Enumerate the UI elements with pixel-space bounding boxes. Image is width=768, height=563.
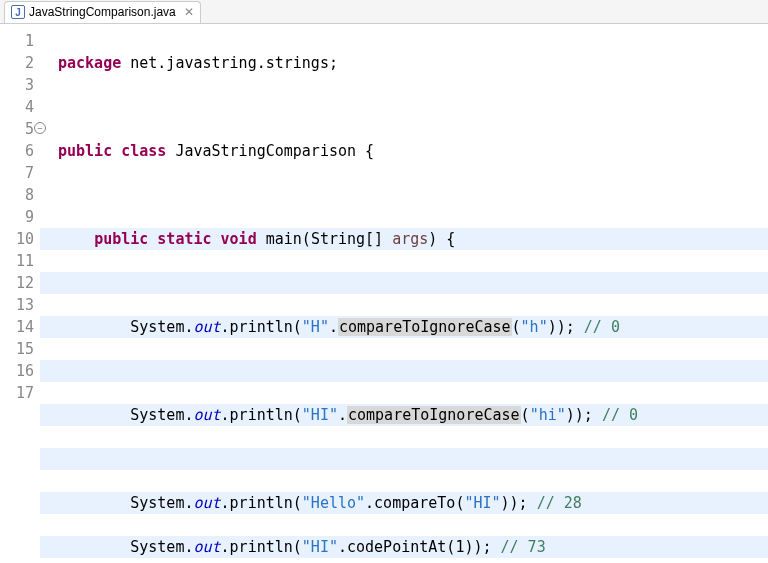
- editor-tab-filename: JavaStringComparison.java: [29, 5, 176, 19]
- line-number: 15: [0, 338, 34, 360]
- line-number: 3: [0, 74, 34, 96]
- line-number: 8: [0, 184, 34, 206]
- line-number: 2: [0, 52, 34, 74]
- line-number: 14: [0, 316, 34, 338]
- line-number: 10: [0, 228, 34, 250]
- line-number: 4: [0, 96, 34, 118]
- line-number: 5−: [0, 118, 34, 140]
- code-area[interactable]: 1 2 3 4 5− 6 7 8 9 10 11 12 13 14 15 16 …: [0, 24, 768, 563]
- gutter: 1 2 3 4 5− 6 7 8 9 10 11 12 13 14 15 16 …: [0, 24, 40, 563]
- code-body[interactable]: package net.javastring.strings; public c…: [40, 24, 768, 563]
- java-file-icon: J: [11, 5, 25, 19]
- line-number: 9: [0, 206, 34, 228]
- editor-pane: J JavaStringComparison.java ✕ 1 2 3 4 5−…: [0, 0, 768, 563]
- line-number: 11: [0, 250, 34, 272]
- line-number: 6: [0, 140, 34, 162]
- line-number: 17: [0, 382, 34, 404]
- line-number: 13: [0, 294, 34, 316]
- line-number: 16: [0, 360, 34, 382]
- line-number: 1: [0, 30, 34, 52]
- line-number: 12: [0, 272, 34, 294]
- editor-tab-bar: J JavaStringComparison.java ✕: [0, 0, 768, 24]
- close-icon[interactable]: ✕: [184, 5, 194, 19]
- editor-tab[interactable]: J JavaStringComparison.java ✕: [4, 1, 201, 23]
- line-number: 7: [0, 162, 34, 184]
